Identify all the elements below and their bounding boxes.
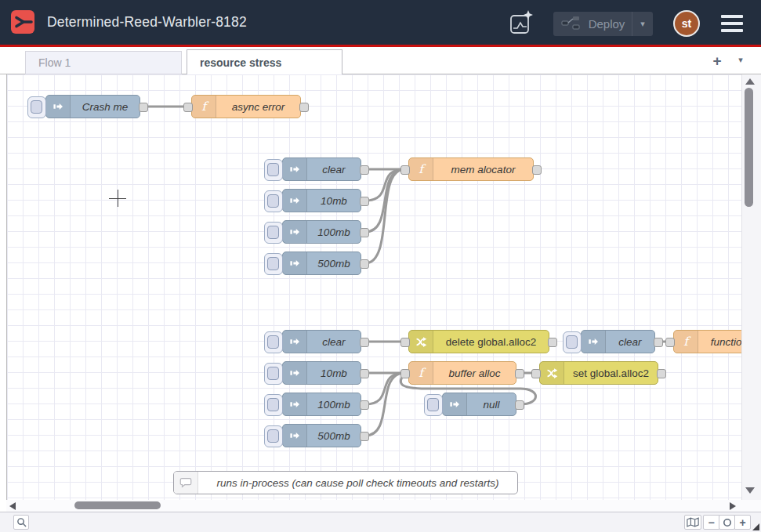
scroll-left-icon[interactable] [9,502,16,510]
scroll-down-icon[interactable] [745,487,755,494]
inject-trigger-inner [267,194,279,208]
node-clear-3[interactable]: clear [581,330,655,353]
node-buffer-alloc[interactable]: fbuffer alloc [408,361,516,385]
node-mb100-1[interactable]: 100mb [282,220,361,244]
inject-trigger-button[interactable] [27,96,46,118]
node-delete-global-alloc2[interactable]: delete global.alloc2 [408,330,549,353]
output-port[interactable] [515,369,524,378]
add-flow-button[interactable]: + [708,52,727,71]
node-mb500-1[interactable]: 500mb [282,252,361,275]
node-mb100-2[interactable]: 100mb [282,393,361,416]
flow-canvas[interactable]: Crash mefasync errorclear10mb100mb500mbf… [6,74,741,500]
node-crash-me[interactable]: Crash me [45,95,140,118]
deploy-options-caret-icon[interactable]: ▾ [632,12,653,36]
input-port[interactable] [400,369,410,378]
inject-trigger-button[interactable] [264,253,283,275]
flow-assistant-icon[interactable] [508,9,535,37]
node-label: delete global.alloc2 [433,331,549,353]
output-port[interactable] [360,165,369,175]
inject-trigger-inner [267,335,279,349]
inject-trigger-button[interactable] [264,394,283,416]
output-port[interactable] [360,369,369,378]
inject-trigger-button[interactable] [264,363,283,385]
inject-icon [283,158,307,180]
inject-arrow-icon [288,163,301,176]
output-port[interactable] [515,400,524,410]
output-port[interactable] [360,197,369,206]
zoom-in-button[interactable]: + [734,515,751,530]
zoom-reset-button[interactable] [719,515,735,530]
input-port[interactable] [400,338,410,347]
node-function-node[interactable]: ffunction [673,330,741,353]
deploy-label: Deploy [582,17,632,31]
vertical-scrollbar[interactable] [741,74,761,500]
app-logo-icon[interactable] [11,10,34,34]
output-port[interactable] [657,369,666,378]
input-port[interactable] [665,338,675,347]
inject-trigger-button[interactable] [264,190,283,212]
change-shuffle-icon [415,335,428,349]
node-async-error[interactable]: fasync error [191,95,301,118]
zoom-out-button[interactable]: − [703,515,719,530]
output-port[interactable] [360,259,369,269]
inject-trigger-button[interactable] [264,425,283,447]
navigator-button[interactable] [684,515,701,530]
node-null-inject[interactable]: null [442,393,516,416]
inject-arrow-icon [288,398,301,411]
output-port[interactable] [139,103,148,112]
flow-list-caret-icon[interactable]: ▾ [734,55,748,67]
input-port[interactable] [183,103,193,112]
tab-flow-1[interactable]: Flow 1 [25,51,182,74]
output-port[interactable] [654,338,663,347]
node-label: 10mb [307,362,361,384]
node-label: mem alocator [433,158,533,180]
node-mb10-2[interactable]: 10mb [282,361,361,385]
output-port[interactable] [360,432,369,441]
svg-text:f: f [419,162,426,176]
output-port[interactable] [360,228,369,237]
comment-icon [174,472,198,494]
scroll-up-icon[interactable] [745,78,755,85]
horizontal-scrollbar[interactable] [6,500,761,512]
node-mb500-2[interactable]: 500mb [282,424,361,447]
node-clear-1[interactable]: clear [282,157,361,181]
output-port[interactable] [532,165,542,175]
inject-icon [283,362,307,384]
node-comment-note[interactable]: runs in-process (can cause poll check ti… [173,471,518,494]
node-set-global-alloc2[interactable]: set global.alloc2 [539,361,658,385]
output-port[interactable] [299,103,309,112]
inject-trigger-inner [31,100,42,114]
inject-trigger-inner [267,226,279,239]
resize-handle[interactable] [752,523,759,530]
inject-icon [283,331,307,353]
change-icon [409,331,433,353]
node-mem-alocator[interactable]: fmem alocator [408,157,534,181]
inject-trigger-button[interactable] [264,159,283,181]
vertical-scroll-thumb[interactable] [745,88,753,207]
output-port[interactable] [360,400,369,410]
user-avatar[interactable]: st [673,10,700,37]
inject-arrow-icon [587,335,600,348]
inject-icon [283,221,307,243]
node-clear-2[interactable]: clear [282,330,361,353]
inject-trigger-inner [267,398,279,411]
inject-trigger-button[interactable] [264,222,283,244]
scroll-right-icon[interactable] [730,502,736,510]
output-port[interactable] [548,338,557,347]
horizontal-scroll-thumb[interactable] [74,501,161,509]
main-menu-icon[interactable] [721,15,743,32]
search-button[interactable] [13,515,29,530]
deploy-button[interactable]: Deploy ▾ [553,12,653,36]
tab-resource-stress[interactable]: resource stress [187,49,342,74]
input-port[interactable] [400,165,410,175]
inject-trigger-inner [427,398,439,411]
node-mb10-1[interactable]: 10mb [282,189,361,212]
input-port[interactable] [531,369,541,378]
inject-icon [443,393,467,415]
inject-trigger-button[interactable] [563,331,582,353]
inject-trigger-button[interactable] [264,331,283,353]
inject-arrow-icon [448,398,461,411]
inject-trigger-button[interactable] [424,394,443,416]
svg-text:f: f [201,100,209,114]
output-port[interactable] [360,338,369,347]
